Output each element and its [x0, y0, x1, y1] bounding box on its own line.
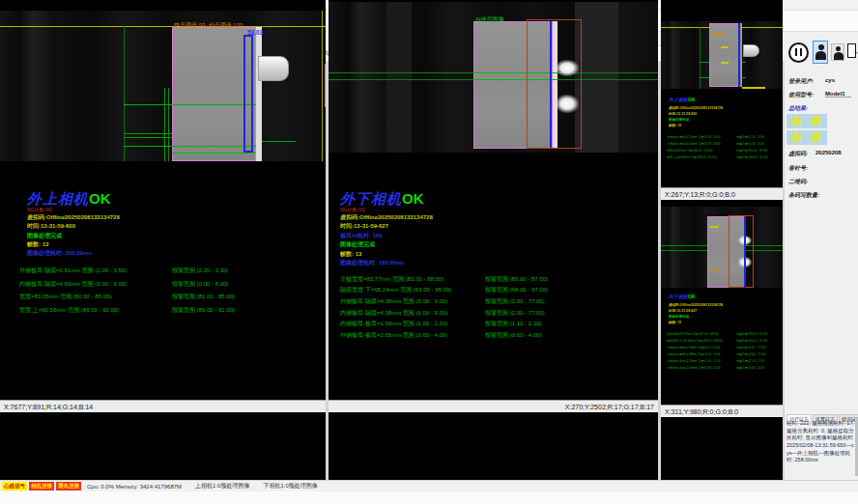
measurement-row: 正极宽度=83.77mm 范围:(82.00 - 88.00) [340, 275, 443, 284]
elapsed-line: 图像处理耗时: 183.00ms [340, 259, 405, 267]
camera-view-upper: 静态阈值:93, 动态阈值:100 53.03 外上相机OK NG次数:0/0 … [0, 0, 326, 418]
alarm-range: 报警范围:(2.20 - 3.30) [172, 266, 228, 275]
alarm-range: 报警范围:(83.00 - 87.00) [485, 275, 548, 284]
thumb-measurement: 外侧极耳-隔膜=2.91mm 范围:(2.00 - 3.50) [667, 135, 721, 139]
barcode-count-label: 条码写数量: [788, 191, 819, 200]
thumb-alarm: 报警范围:(1.10 - 2.10) [736, 359, 764, 363]
thumb-time-line: 时间:13-31-59-600 [669, 112, 697, 116]
process-done-line: 图像处理完成 [27, 232, 62, 240]
thumb-measurement: 宽度-上=90.56mm 范围:(88.00 - 92.00) [667, 155, 717, 159]
result-badge: 结 果 [786, 130, 827, 145]
thumb-done-line: 图像处理完成 [669, 315, 689, 319]
thumb-measurement: 内侧极耳-隔膜=4.60mm 范围:(3.00 - 6.00) [667, 142, 721, 146]
thumbnail-lower[interactable]: 外下相机OK 虚拟码:Offline20250208133134728 时间:1… [661, 200, 783, 418]
thumb-alarm: 报警范围:(89.00 - 91.00) [736, 155, 768, 159]
measurement-row: 外侧极耳-隔膜=2.91mm 范围:(2.00 - 3.50) [19, 266, 127, 275]
thumb-code-line: 虚拟码:Offline20250208133134728 [669, 303, 723, 307]
threshold-label: 静态阈值:93, 动态阈值:100 [174, 21, 243, 30]
thumb-measurement: 外侧极耳-隔膜=4.38mm 范围:(0.00 - 9.00) [667, 346, 721, 350]
blue-measure-value: 53.03 [247, 29, 263, 36]
log-text: 耗时: 222, 规格检测耗时: 17, 规格分离耗时: 0, 规格提取分区耗时… [786, 420, 854, 464]
coords-status-bar: X:267;Y:13;R:0;G:0;B:0 [661, 187, 783, 200]
alarm-range: 报警范围:(1.10 - 2.10) [485, 320, 541, 328]
alarm-range: 报警范围:(2.00 - 77.00) [485, 297, 545, 306]
time-line: 时间:13-31-59-627 [340, 222, 388, 231]
result-ok: OK [89, 190, 111, 207]
comm-status-badge: 通讯连接 [56, 482, 81, 490]
lower-camera-status: 下相机1:0预处理图像 [263, 482, 317, 490]
alarm-range: 报警范围:(0.00 - 8.00) [172, 280, 228, 289]
exit-button[interactable]: → [846, 42, 858, 61]
right-panel: → 登录用户: cys 使用型号: Model1 总结果: 结 果 结 果 虚拟… [785, 32, 858, 480]
ng-count-line: NG次数:0/0 [340, 207, 365, 212]
upper-camera-status: 上相机1:0预处理图像 [195, 482, 249, 490]
model-label: 使用型号: [788, 91, 814, 99]
ai-elapsed-line: 极耳AI耗时: 166 [340, 232, 383, 240]
thumb-measurement: 正极宽度=83.77mm 范围:(82.00 - 88.00) [667, 332, 719, 336]
measurement-row: 内侧极耳-极耳=1.90mm 范围:(1.00 - 2.20) [340, 320, 447, 328]
camera-image-lower[interactable]: AI使用图像 [329, 2, 658, 153]
elapsed-line: 图像处理耗时: 258.00ms [27, 249, 92, 258]
result-ok: OK [402, 190, 424, 207]
measurement-row: 外侧极耳-极耳=2.65mm 范围:(0.60 - 4.00) [340, 331, 447, 340]
total-result-label: 总结果: [788, 104, 808, 113]
tab-object [258, 56, 289, 81]
pause-button[interactable] [788, 42, 809, 63]
bottom-blank-strip [0, 491, 858, 504]
app-window: CVS-视觉检测系统 系统配置 相机配置 通讯配置 IO手配置 ▾ 光源控制配置… [0, 0, 858, 504]
thumb-measurement: 内侧极耳-隔膜=4.38mm 范围:(0.00 - 9.00) [667, 352, 721, 356]
frame-count-line: 帧数: 13 [27, 240, 48, 249]
thumbnail-column: 外上相机OK 虚拟码:Offline20250208133134728 时间:1… [661, 0, 783, 418]
thumb-alarm: 报警范围:(0.00 - 8.00) [736, 142, 764, 146]
thumb-alarm: 报警范围:(2.00 - 77.00) [736, 352, 766, 356]
login-user-button[interactable] [813, 41, 828, 64]
measurement-row: 外侧极耳-隔膜=4.38mm 范围:(0.00 - 9.00) [340, 297, 447, 306]
ai-image-label: AI使用图像 [475, 15, 504, 24]
alarm-range: 报警范围:(81.00 - 85.00) [172, 293, 235, 301]
thumb-measurement: 外侧极耳-极耳=2.65mm 范围:(0.60 - 4.00) [667, 366, 721, 370]
coords-status-bar: X:7677;Y:891;R:14;G:14;B:14 [0, 400, 326, 412]
login-user-value: cys [825, 77, 835, 83]
thumbnail-upper[interactable]: 外上相机OK 虚拟码:Offline20250208133134728 时间:1… [661, 0, 783, 200]
thumb-title: 外上相机OK [669, 97, 696, 102]
thumb-alarm: 报警范围:(81.00 - 85.00) [736, 149, 768, 153]
measurement-row: 内侧极耳-隔膜=4.60mm 范围:(3.00 - 6.00) [19, 280, 127, 289]
pause-icon [795, 48, 798, 56]
thumb-code-line: 虚拟码:Offline20250208133134728 [669, 106, 723, 110]
vcode-label: 虚拟码: [788, 150, 808, 158]
model-select[interactable]: Model1 [825, 91, 851, 98]
heartbeat-badge: 心跳信号 [2, 482, 27, 490]
thumb-title: 外下相机OK [669, 294, 696, 299]
ng-count-line: NG次数:0/0 [27, 207, 52, 212]
camera-status-badge: 相机连接 [29, 482, 54, 490]
coords-status-bar: X:311;Y:980;R:0;G:0;B:0 [661, 405, 783, 417]
thumb-alarm: 报警范围:(0.60 - 4.00) [736, 366, 764, 370]
alarm-range: 报警范围:(0.60 - 4.00) [485, 331, 541, 340]
thumb-frame-line: 帧数: 13 [669, 321, 681, 324]
login-user-label: 登录用户: [788, 77, 814, 86]
thumb-measurement: 内侧极耳-极耳=1.90mm 范围:(1.00 - 2.20) [667, 359, 721, 363]
qrcode-label: 二维码: [788, 178, 808, 186]
measurement-row: 隔膜宽度-下=95.24mm 范围:(93.00 - 98.00) [340, 286, 451, 294]
thumb-alarm: 报警范围:(83.00 - 87.00) [736, 332, 768, 336]
measurement-row: 内侧极耳-隔膜=4.38mm 范围:(0.00 - 9.00) [340, 309, 447, 318]
vcode-value: 20250208 [815, 150, 842, 155]
thumb-time-line: 时间:13-31-59-627 [669, 309, 697, 313]
result-badge: 结 果 [786, 114, 827, 128]
user-button[interactable] [831, 43, 844, 61]
alarm-range: 报警范围:(94.00 - 97.00) [485, 286, 548, 294]
process-done-line: 图像处理完成 [340, 240, 375, 249]
frame-count-line: 帧数: 13 [340, 250, 361, 259]
bottom-status-bar: 心跳信号 相机连接 通讯连接 Cpu: 0.0% Memory: 3424.41… [0, 480, 858, 491]
thumb-measurement: 隔膜宽度-下=95.24mm 范围:(93.00 - 98.00) [667, 339, 723, 343]
measurement-row: 宽度-上=90.56mm 范围:(88.00 - 92.00) [19, 306, 119, 315]
alarm-range: 报警范围:(2.00 - 77.00) [485, 309, 545, 318]
roi-rect [527, 19, 582, 149]
thumb-measurement: 宽度=83.05mm 范围:(80.00 - 86.00) [667, 149, 713, 153]
camera-image-upper[interactable]: 静态阈值:93, 动态阈值:100 53.03 [0, 11, 326, 161]
virtual-code-line: 虚拟码:Offline20250208133134728 [27, 213, 120, 222]
coords-status-bar: X:270;Y:2502;R:17;G:17;B:17 [329, 400, 658, 412]
cpu-memory-info: Cpu: 0.0% Memory: 3424.4179687M [87, 484, 182, 490]
thumb-alarm: 报警范围:(94.00 - 97.00) [736, 339, 768, 343]
camera-view-lower: AI使用图像 外下相机OK NG次数:0/0 虚拟码:Offline202502… [329, 0, 658, 418]
